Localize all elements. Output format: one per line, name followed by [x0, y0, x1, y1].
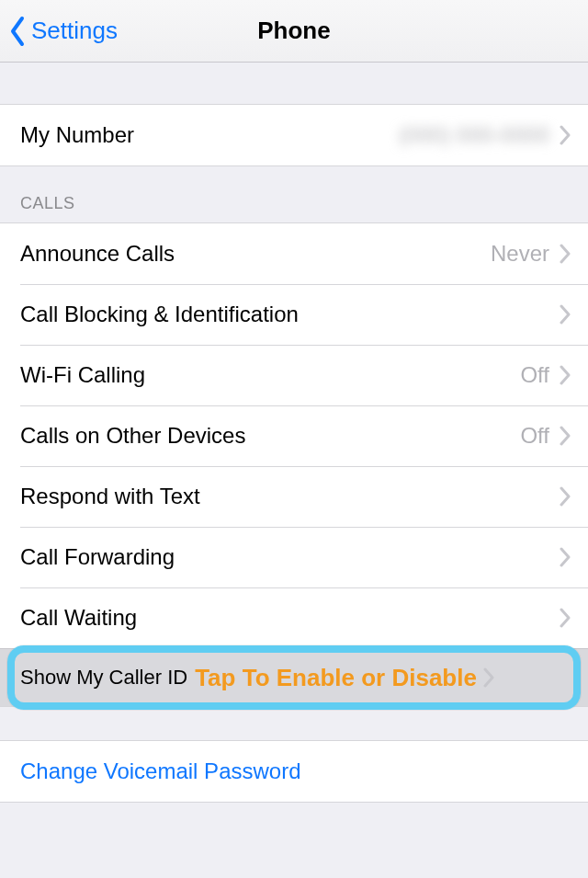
chevron-right-icon — [559, 125, 571, 145]
caller-id-label: Show My Caller ID — [20, 666, 187, 690]
row-wifi-calling[interactable]: Wi-Fi Calling Off — [0, 345, 588, 405]
chevron-right-icon — [559, 486, 571, 507]
row-value: Off — [520, 423, 549, 449]
voicemail-label: Change Voicemail Password — [20, 758, 571, 784]
row-show-caller-id-highlight: Show My Caller ID Tap To Enable or Disab… — [0, 648, 588, 706]
back-label: Settings — [31, 17, 118, 45]
chevron-left-icon — [9, 16, 28, 47]
row-call-waiting[interactable]: Call Waiting — [0, 587, 588, 648]
chevron-right-icon — [482, 667, 495, 688]
row-calls-other-devices[interactable]: Calls on Other Devices Off — [0, 405, 588, 466]
spacer — [0, 707, 588, 740]
my-number-value: (000) 000-0000 — [399, 122, 549, 148]
chevron-right-icon — [559, 365, 571, 385]
group-calls: Announce Calls Never Call Blocking & Ide… — [0, 222, 588, 707]
spacer — [0, 63, 588, 104]
my-number-label: My Number — [20, 122, 399, 148]
chevron-right-icon — [559, 547, 571, 567]
group-voicemail: Change Voicemail Password — [0, 740, 588, 803]
section-header-calls: CALLS — [0, 166, 588, 222]
row-label: Respond with Text — [20, 484, 559, 509]
chevron-right-icon — [559, 608, 571, 628]
row-label: Call Waiting — [20, 605, 559, 631]
navbar: Settings Phone — [0, 0, 588, 63]
row-my-number[interactable]: My Number (000) 000-0000 — [0, 105, 588, 165]
caller-id-annotation: Tap To Enable or Disable — [195, 664, 477, 692]
row-call-blocking[interactable]: Call Blocking & Identification — [0, 284, 588, 345]
row-show-caller-id[interactable]: Show My Caller ID Tap To Enable or Disab… — [0, 649, 588, 706]
row-respond-with-text[interactable]: Respond with Text — [0, 466, 588, 527]
row-label: Announce Calls — [20, 241, 491, 267]
row-change-voicemail-password[interactable]: Change Voicemail Password — [0, 741, 588, 802]
row-value: Never — [491, 241, 549, 267]
row-value: Off — [520, 362, 549, 388]
row-label: Call Forwarding — [20, 544, 559, 570]
back-button[interactable]: Settings — [9, 16, 118, 47]
group-my-number: My Number (000) 000-0000 — [0, 104, 588, 166]
chevron-right-icon — [559, 304, 571, 325]
row-announce-calls[interactable]: Announce Calls Never — [0, 223, 588, 284]
row-label: Wi-Fi Calling — [20, 362, 520, 388]
row-call-forwarding[interactable]: Call Forwarding — [0, 527, 588, 587]
chevron-right-icon — [559, 426, 571, 446]
row-label: Call Blocking & Identification — [20, 302, 559, 327]
chevron-right-icon — [559, 244, 571, 264]
row-label: Calls on Other Devices — [20, 423, 520, 449]
